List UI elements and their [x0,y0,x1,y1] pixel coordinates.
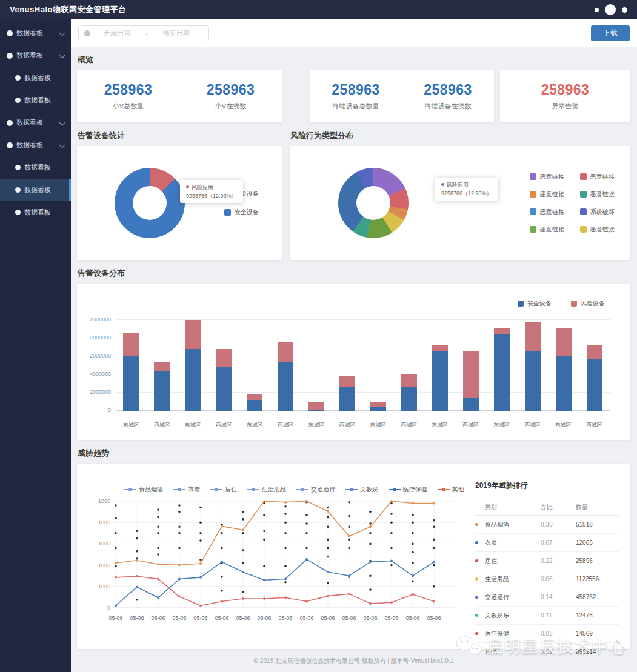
legend-label: 安全设备 [527,299,552,308]
user-avatar[interactable] [605,4,616,15]
line-legend-item[interactable]: 衣着 [173,485,200,494]
stat-block: 258963异常告警 [541,82,590,111]
bar-segment-risk [525,322,541,351]
date-range-picker[interactable]: 开始日期 - 结束日期 [78,25,209,41]
sidebar-item-active[interactable]: 数据看板 [0,179,71,201]
chevron-down-icon [59,53,65,59]
trend-line-chart[interactable]: 01000100010001000100005-0605-0605-0605-0… [85,496,473,625]
line-legend-item[interactable]: 食品烟酒 [124,485,163,494]
bar-column[interactable] [147,320,178,411]
line-legend-label: 医疗保健 [403,485,427,494]
sidebar-item-label: 数据看板 [24,208,51,217]
legend-swatch [530,173,536,180]
line-legend-item[interactable]: 文教娱 [345,485,378,494]
sidebar-item-label: 数据看板 [16,141,43,150]
bar-segment-risk [308,402,324,410]
threat-trend-card: 食品烟酒衣着居住生活用品交通通行文教娱医疗保健其他 01000100010001… [77,464,630,649]
line-legend-item[interactable]: 交通通行 [296,485,335,494]
bar-x-label: 西城区 [332,421,363,429]
legend-item[interactable]: 恶意链接 [580,190,615,199]
line-legend-icon [124,487,136,493]
sidebar-item[interactable]: 数据看板 [0,111,71,134]
end-date-input[interactable]: 结束日期 [149,28,203,38]
sidebar-item[interactable]: 数据看板 [0,156,71,179]
bar-column[interactable] [178,320,208,411]
line-legend-item[interactable]: 医疗保健 [389,485,427,494]
line-legend-icon [247,487,259,493]
row-count: 1122556 [576,576,619,582]
donut-chart[interactable] [338,168,409,238]
bar-x-label: 东城区 [239,421,270,429]
y-tick-label: 2000000 [81,316,111,322]
legend-item[interactable]: 恶意链接 [580,173,615,181]
bar-segment-safe [247,400,262,411]
download-button[interactable]: 下载 [591,25,630,41]
stat-block: 258963小V总数量 [104,82,153,111]
bar-column[interactable] [579,320,610,411]
legend-item[interactable]: 恶意链接 [530,173,564,181]
table-row: 食品烟酒0.3051516 [475,516,619,534]
bar-column[interactable] [455,320,486,411]
donut-chart[interactable] [115,168,185,238]
legend-item[interactable]: 恶意链接 [530,190,564,199]
line-legend-item[interactable]: 生活用品 [247,485,286,494]
row-category: 生活用品 [485,575,541,584]
legend-item[interactable]: 风险设备 [571,299,605,308]
legend-item[interactable]: 恶意链接 [580,225,615,234]
dashboard-content: 概览 258963小V总数量258963小V在线数258963终端设备总数量25… [71,47,637,672]
row-dot-icon [475,541,478,544]
table-row: 衣着0.0712065 [475,534,619,552]
row-dot-icon [475,559,478,562]
risk-behavior-title: 风险行为类型分布 [290,130,630,141]
legend-item[interactable]: 恶意链接 [530,208,564,216]
start-date-input[interactable]: 开始日期 [90,28,144,38]
legend-item[interactable]: 安全设备 [518,299,552,308]
bar-column[interactable] [301,320,332,411]
svg-text:05-06: 05-06 [384,615,398,621]
menu-dot-icon [15,210,21,215]
risk-behavior-donut-card: 恶意链接恶意链接恶意链接恶意链接恶意链接系统破坏恶意链接恶意链接 风险应用 92… [290,146,630,260]
sidebar-item[interactable]: 数据看板 [0,134,71,156]
stacked-bar-chart[interactable]: 020000004000000200000020000002000000 [116,320,610,411]
bar-column[interactable] [239,320,270,411]
bar-column[interactable] [393,320,424,411]
bar-segment-risk [494,328,510,335]
stat-label: 终端设备总数量 [332,102,380,111]
row-category: 衣着 [485,539,541,547]
row-count: 25896 [576,557,619,564]
bar-column[interactable] [208,320,239,411]
bar-column[interactable] [363,320,394,411]
legend-item[interactable]: 恶意链接 [530,225,564,234]
chevron-down-icon [59,30,65,36]
svg-text:05-06: 05-06 [236,615,250,621]
sidebar: 数据看板数据看板数据看板数据看板数据看板数据看板数据看板数据看板数据看板 [0,19,71,672]
table-row: 居住0.2225896 [475,552,619,570]
legend-label: 恶意链接 [590,190,615,199]
bar-segment-risk [278,342,293,362]
date-separator: - [144,30,149,37]
bar-column[interactable] [270,320,301,411]
bar-column[interactable] [548,320,579,411]
bar-column[interactable] [332,320,363,411]
sidebar-item[interactable]: 数据看板 [0,67,71,89]
bar-column[interactable] [116,320,147,411]
donut2-legend: 恶意链接恶意链接恶意链接恶意链接恶意链接系统破坏恶意链接恶意链接 [530,173,615,234]
user-menu-dot-icon[interactable] [622,7,627,13]
bar-column[interactable] [486,320,517,411]
sidebar-item[interactable]: 数据看板 [0,89,71,111]
sidebar-item[interactable]: 数据看板 [0,44,71,67]
bar-column[interactable] [424,320,455,411]
bar-x-label: 西城区 [455,421,486,429]
sidebar-item[interactable]: 数据看板 [0,22,71,44]
line-legend-item[interactable]: 其他 [438,485,464,494]
bar-column[interactable] [517,320,548,411]
stat-label: 小V在线数 [207,102,255,111]
legend-item[interactable]: 系统破坏 [580,208,615,216]
legend-item[interactable]: 安全设备 [224,208,259,216]
line-legend-item[interactable]: 居住 [210,485,237,494]
sidebar-item-label: 数据看板 [24,163,51,172]
sidebar-item[interactable]: 数据看板 [0,201,71,224]
legend-swatch [580,191,587,198]
stat-card: 258963终端设备总数量258963终端设备在线数 [310,70,494,122]
menu-dot-icon [15,75,21,81]
